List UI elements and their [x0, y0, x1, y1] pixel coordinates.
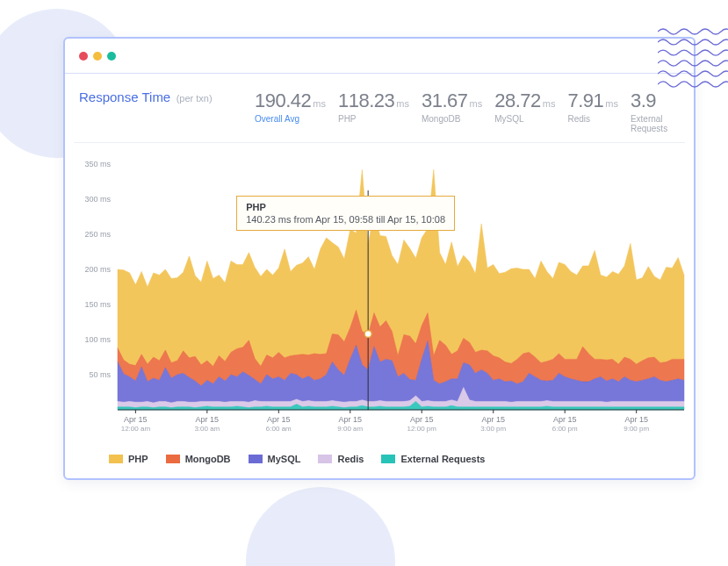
metric-value: 118.23 — [338, 90, 394, 111]
svg-text:350 ms: 350 ms — [84, 160, 111, 168]
metric-unit: ms — [543, 98, 556, 109]
legend-swatch — [381, 455, 395, 463]
metrics-row: Response Time (per txn) 190.42msOverall … — [74, 86, 685, 143]
svg-text:250 ms: 250 ms — [84, 230, 111, 239]
decorative-waves — [658, 26, 728, 88]
svg-text:Apr 15: Apr 15 — [267, 415, 291, 424]
metric-unit: ms — [470, 98, 483, 109]
metric-label: MongoDB — [422, 114, 482, 124]
svg-text:300 ms: 300 ms — [84, 195, 111, 204]
legend-swatch — [318, 455, 332, 463]
legend-item[interactable]: External Requests — [381, 454, 485, 464]
metric-value: 31.67 — [422, 90, 468, 111]
svg-text:9:00 pm: 9:00 pm — [623, 425, 649, 433]
legend-item[interactable]: MongoDB — [166, 454, 231, 464]
metric: 190.42msOverall Avg — [255, 90, 326, 133]
svg-text:Apr 15: Apr 15 — [124, 415, 148, 424]
metric-value: 28.72 — [494, 90, 541, 111]
svg-text:100 ms: 100 ms — [84, 335, 111, 344]
svg-point-33 — [364, 330, 371, 337]
tooltip-title: PHP — [246, 202, 445, 212]
metric-label: Redis — [567, 114, 618, 124]
svg-text:6:00 am: 6:00 am — [266, 425, 292, 433]
metric-value: 7.91 — [567, 90, 603, 111]
metric-value: 190.42 — [255, 90, 311, 111]
legend-label: MongoDB — [185, 454, 231, 464]
svg-text:6:00 pm: 6:00 pm — [552, 425, 578, 433]
metric-label: Overall Avg — [255, 114, 326, 124]
legend-label: Redis — [337, 454, 364, 464]
chart-legend: PHPMongoDBMySQLRedisExternal Requests — [74, 445, 685, 464]
legend-item[interactable]: Redis — [318, 454, 364, 464]
legend-label: External Requests — [400, 454, 485, 464]
metric: 118.23msPHP — [338, 90, 409, 133]
tooltip-body: 140.23 ms from Apr 15, 09:58 till Apr 15… — [246, 214, 445, 225]
legend-swatch — [109, 455, 123, 463]
metric: 28.72msMySQL — [494, 90, 555, 133]
svg-text:12:00 pm: 12:00 pm — [407, 425, 437, 433]
svg-text:50 ms: 50 ms — [89, 370, 111, 379]
svg-text:9:00 am: 9:00 am — [337, 425, 363, 433]
svg-text:200 ms: 200 ms — [84, 265, 111, 274]
metric-label: PHP — [338, 114, 409, 124]
chart-tooltip: PHP 140.23 ms from Apr 15, 09:58 till Ap… — [236, 196, 455, 231]
window-close-icon[interactable] — [79, 52, 88, 61]
legend-swatch — [249, 455, 263, 463]
window-titlebar — [65, 39, 694, 74]
legend-item[interactable]: PHP — [109, 454, 148, 464]
app-window: Response Time (per txn) 190.42msOverall … — [63, 37, 696, 480]
metric: 7.91msRedis — [567, 90, 618, 133]
metric-unit: ms — [396, 98, 409, 109]
legend-swatch — [166, 455, 180, 463]
svg-text:Apr 15: Apr 15 — [481, 415, 505, 424]
window-minimize-icon[interactable] — [93, 52, 102, 61]
metric: 3.9External Requests — [631, 90, 680, 133]
svg-text:Apr 15: Apr 15 — [196, 415, 220, 424]
legend-item[interactable]: MySQL — [249, 454, 301, 464]
svg-text:Apr 15: Apr 15 — [553, 415, 577, 424]
legend-label: PHP — [128, 454, 148, 464]
metric-unit: ms — [605, 98, 618, 109]
decorative-circle — [246, 487, 395, 566]
chart-title: Response Time — [79, 90, 170, 104]
svg-text:3:00 pm: 3:00 pm — [480, 425, 506, 433]
metric-unit: ms — [313, 98, 326, 109]
metric: 31.67msMongoDB — [422, 90, 482, 133]
metric-value: 3.9 — [631, 90, 656, 111]
chart-subtitle: (per txn) — [177, 93, 213, 104]
window-zoom-icon[interactable] — [107, 52, 116, 61]
chart-container[interactable]: 350 ms300 ms250 ms200 ms150 ms100 ms50 m… — [74, 155, 685, 445]
svg-text:Apr 15: Apr 15 — [339, 415, 363, 424]
svg-text:150 ms: 150 ms — [84, 300, 111, 309]
metric-label: External Requests — [631, 114, 680, 133]
legend-label: MySQL — [268, 454, 301, 464]
svg-text:3:00 am: 3:00 am — [194, 425, 220, 433]
svg-text:Apr 15: Apr 15 — [624, 415, 648, 424]
svg-text:Apr 15: Apr 15 — [410, 415, 434, 424]
svg-text:12:00 am: 12:00 am — [121, 425, 151, 433]
metric-label: MySQL — [494, 114, 555, 124]
